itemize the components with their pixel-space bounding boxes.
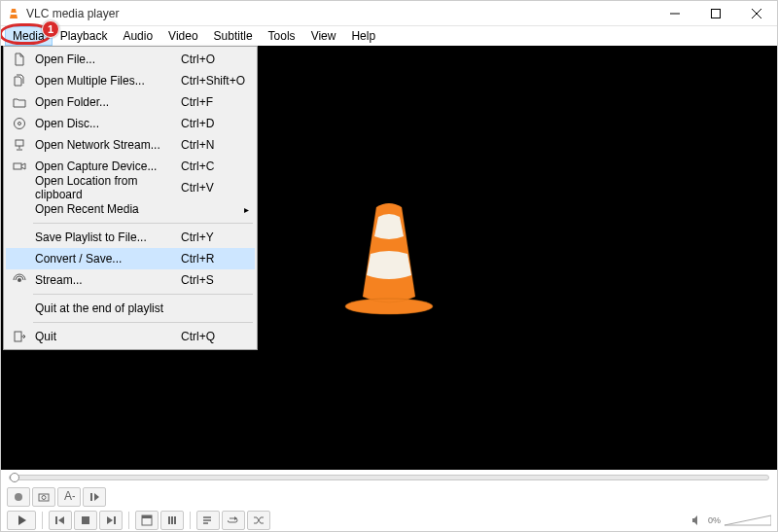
menu-item-label: Open Capture Device... xyxy=(29,160,181,173)
capture-icon xyxy=(10,159,29,174)
divider xyxy=(128,512,129,529)
quit-icon xyxy=(10,329,29,344)
ext-settings-button[interactable] xyxy=(160,511,184,530)
app-icon xyxy=(7,7,20,20)
menu-item-label: Quit xyxy=(29,330,181,343)
menu-item-shortcut: Ctrl+C xyxy=(181,160,249,173)
menu-separator xyxy=(33,294,253,295)
divider xyxy=(190,512,191,529)
seek-bar[interactable] xyxy=(9,475,769,480)
menu-item-shortcut: Ctrl+S xyxy=(181,273,249,287)
divider xyxy=(42,512,43,529)
menu-item-shortcut: Ctrl+Y xyxy=(181,231,249,244)
menu-item[interactable]: Stream...Ctrl+S xyxy=(6,269,255,291)
menu-item-label: Open Multiple Files... xyxy=(29,74,181,88)
menu-item[interactable]: QuitCtrl+Q xyxy=(6,326,255,347)
svg-rect-5 xyxy=(16,140,23,146)
menu-item[interactable]: Quit at the end of playlist xyxy=(6,298,255,319)
menu-item[interactable]: Save Playlist to File...Ctrl+Y xyxy=(6,227,255,248)
file-icon xyxy=(10,52,29,67)
svg-rect-16 xyxy=(114,516,116,524)
menu-item[interactable]: Open Network Stream...Ctrl+N xyxy=(6,134,255,156)
volume-label: 0% xyxy=(708,515,721,525)
network-icon xyxy=(10,137,29,153)
menu-item-shortcut: Ctrl+V xyxy=(181,181,249,195)
menu-item-shortcut: Ctrl+R xyxy=(181,252,249,266)
stream-icon xyxy=(10,272,29,288)
menu-item[interactable]: Open File...Ctrl+O xyxy=(6,49,255,70)
blank-icon xyxy=(10,301,29,316)
shuffle-button[interactable] xyxy=(247,511,270,530)
menu-item-label: Save Playlist to File... xyxy=(29,231,181,244)
seek-bar-wrap xyxy=(1,470,777,485)
frame-step-button[interactable] xyxy=(83,487,106,507)
volume-control[interactable]: 0% xyxy=(690,514,771,527)
svg-rect-20 xyxy=(171,516,173,524)
folder-icon xyxy=(10,94,29,110)
menu-view[interactable]: View xyxy=(303,26,344,46)
menu-item[interactable]: Open Folder...Ctrl+F xyxy=(6,91,255,113)
next-button[interactable] xyxy=(99,511,123,530)
menu-item-label: Quit at the end of playlist xyxy=(29,301,181,315)
snapshot-button[interactable] xyxy=(32,487,55,507)
vlc-logo xyxy=(336,199,442,316)
menu-item[interactable]: Open Multiple Files...Ctrl+Shift+O xyxy=(6,70,255,91)
svg-rect-18 xyxy=(142,515,152,518)
svg-rect-14 xyxy=(55,516,57,524)
play-button[interactable] xyxy=(7,511,36,530)
menu-video[interactable]: Video xyxy=(160,26,205,46)
svg-point-7 xyxy=(18,278,21,282)
menu-item-shortcut: Ctrl+O xyxy=(181,53,249,66)
menu-item-label: Open File... xyxy=(29,53,181,66)
loop-ab-button[interactable]: A-B xyxy=(57,487,81,507)
seek-knob[interactable] xyxy=(10,473,19,482)
menu-item-label: Open Folder... xyxy=(29,95,181,109)
maximize-button[interactable] xyxy=(695,1,736,26)
menu-item-label: Open Location from clipboard xyxy=(29,174,181,201)
menu-help[interactable]: Help xyxy=(343,26,383,46)
files-icon xyxy=(10,73,29,89)
disc-icon xyxy=(10,116,29,131)
blank-icon xyxy=(10,230,29,245)
menu-playback[interactable]: Playback xyxy=(53,26,116,46)
record-button[interactable] xyxy=(7,487,30,507)
menu-item-label: Open Recent Media xyxy=(29,202,249,216)
svg-rect-8 xyxy=(15,332,21,341)
toolbar-row-1: A-B xyxy=(1,485,777,509)
menu-audio[interactable]: Audio xyxy=(115,26,160,46)
svg-rect-0 xyxy=(712,9,721,18)
submenu-arrow-icon: ▸ xyxy=(244,204,249,215)
menu-item[interactable]: Convert / Save...Ctrl+R xyxy=(6,248,255,269)
close-button[interactable] xyxy=(736,1,777,26)
title-bar: VLC media player xyxy=(1,1,777,26)
menu-item-shortcut: Ctrl+N xyxy=(181,138,249,152)
playlist-button[interactable] xyxy=(196,511,220,530)
blank-icon xyxy=(10,201,29,217)
svg-rect-6 xyxy=(14,163,21,169)
blank-icon xyxy=(10,180,29,195)
menu-media[interactable]: Media xyxy=(5,26,53,46)
volume-slider[interactable] xyxy=(725,514,771,527)
menu-item[interactable]: Open Recent Media▸ xyxy=(6,198,255,220)
minimize-button[interactable] xyxy=(654,1,695,26)
svg-rect-21 xyxy=(174,516,176,524)
menu-item[interactable]: Open Location from clipboardCtrl+V xyxy=(6,177,255,198)
svg-rect-13 xyxy=(90,493,92,501)
menu-item-shortcut: Ctrl+Shift+O xyxy=(181,74,249,88)
menu-tools[interactable]: Tools xyxy=(261,26,303,46)
prev-button[interactable] xyxy=(49,511,72,530)
blank-icon xyxy=(10,251,29,266)
menu-item[interactable]: Open Disc...Ctrl+D xyxy=(6,113,255,134)
svg-point-11 xyxy=(42,496,46,500)
loop-button[interactable] xyxy=(222,511,245,530)
stop-button[interactable] xyxy=(74,511,97,530)
media-menu-dropdown: Open File...Ctrl+OOpen Multiple Files...… xyxy=(3,46,258,350)
fullscreen-button[interactable] xyxy=(135,511,159,530)
menu-subtitle[interactable]: Subtitle xyxy=(206,26,261,46)
svg-rect-15 xyxy=(82,516,89,524)
svg-rect-19 xyxy=(168,516,170,524)
svg-text:A-B: A-B xyxy=(64,491,75,503)
svg-point-4 xyxy=(18,123,21,125)
menu-item-label: Open Network Stream... xyxy=(29,138,181,152)
menu-item-label: Convert / Save... xyxy=(29,252,181,266)
